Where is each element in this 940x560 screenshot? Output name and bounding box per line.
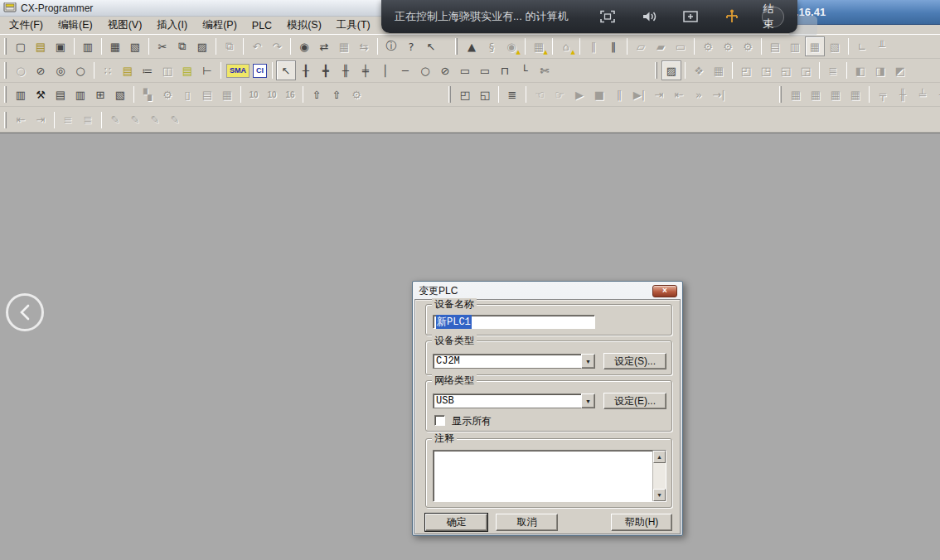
sim-window-b-icon[interactable]: ◱ [475, 84, 495, 104]
smart-input-icon[interactable]: SMA [226, 64, 250, 78]
rail-b-icon[interactable]: ╫ [893, 84, 913, 104]
context-help-icon[interactable]: ↖ [421, 36, 441, 56]
scroll-track[interactable] [653, 463, 666, 489]
window-split-icon[interactable]: ◫ [157, 60, 177, 80]
edit-a-icon[interactable]: ✎ [105, 110, 125, 130]
chevron-down-icon[interactable]: ▼ [581, 393, 595, 408]
download-icon[interactable]: ▱ [631, 36, 651, 56]
end-session-button[interactable]: 结束 [762, 7, 784, 27]
edit-b-icon[interactable]: ✎ [125, 110, 145, 130]
frame-b-icon[interactable]: ◨ [870, 60, 890, 80]
edit-window-icon[interactable]: ▨ [661, 60, 681, 80]
menu-plc[interactable]: PLC [245, 17, 279, 34]
select-mode-icon[interactable]: ↖ [276, 60, 296, 80]
grid-icon[interactable]: ∷ [98, 60, 118, 80]
view-hex-icon[interactable]: 16 [281, 90, 299, 99]
find-in-table-icon[interactable]: ▦ [334, 36, 354, 56]
contact-nc-icon[interactable]: ╋ [316, 60, 336, 80]
horizontal-line-icon[interactable]: ─ [395, 60, 415, 80]
toolbar-grip[interactable] [4, 38, 7, 55]
force-status-icon[interactable]: ⚙ [346, 84, 366, 104]
force-on-icon[interactable]: ⇧ [307, 84, 327, 104]
rail-d-icon[interactable]: ╨ [933, 84, 940, 104]
net-b-icon[interactable]: ▦ [806, 84, 826, 104]
contact-no-icon[interactable]: ╂ [296, 60, 316, 80]
toolbar-grip[interactable] [4, 86, 7, 103]
view-signed-icon[interactable]: 10 [263, 90, 281, 99]
coil-closed-icon[interactable]: ⊘ [435, 60, 455, 80]
output-window-icon[interactable]: ▤ [51, 84, 70, 104]
sim-task-list-icon[interactable]: ≣ [502, 84, 522, 104]
print-setup-icon[interactable]: ▥ [78, 36, 98, 56]
network-type-combo[interactable]: USB ▼ [433, 393, 595, 408]
toolbar-grip[interactable] [4, 112, 7, 128]
sim-pause-icon[interactable]: ‖ [609, 84, 629, 104]
settings-a-icon[interactable]: ⚙ [698, 36, 718, 56]
indent-right-icon[interactable]: ⇥ [31, 110, 51, 130]
close-icon[interactable]: × [652, 285, 677, 297]
edit-c-icon[interactable]: ✎ [145, 110, 165, 130]
ci-view-icon[interactable]: CI [253, 64, 267, 78]
rail-a-icon[interactable]: ╤ [873, 84, 893, 104]
compare-icon[interactable]: ▭ [671, 36, 690, 56]
net-d-icon[interactable]: ▦ [846, 84, 865, 104]
help-button[interactable]: 帮助(H) [611, 514, 672, 531]
help-icon[interactable]: ? [401, 36, 421, 56]
undo-icon[interactable]: ↶ [247, 36, 267, 56]
toolbar-grip[interactable] [779, 86, 782, 103]
online-find-icon[interactable]: ◉▲ [501, 36, 521, 56]
online-transfer-icon[interactable]: ⌂▲ [556, 36, 576, 56]
toolbar-grip[interactable] [4, 62, 7, 79]
toolbar-grip[interactable] [448, 86, 451, 103]
toolbar-grip[interactable] [455, 38, 458, 55]
step-trace-icon[interactable]: ∟ [852, 36, 872, 56]
rack-c-icon[interactable]: ▦ [805, 36, 825, 56]
save-icon[interactable]: ▣ [51, 36, 70, 56]
indent-left-icon[interactable]: ⇤ [11, 110, 31, 130]
work-online-icon[interactable]: ▲ [462, 36, 482, 56]
rail-c-icon[interactable]: ╧ [913, 84, 933, 104]
menu-插入i[interactable]: 插入(I) [149, 16, 195, 35]
zoom-in-icon[interactable]: ◎ [51, 60, 70, 80]
view-decimal-icon[interactable]: 10 [245, 90, 263, 99]
settings-c-icon[interactable]: ⚙ [738, 36, 758, 56]
cancel-button[interactable]: 取消 [496, 514, 558, 531]
net-a-icon[interactable]: ▦ [786, 84, 806, 104]
edit-d-icon[interactable]: ✎ [165, 110, 185, 130]
comment-textarea[interactable]: ▲ ▼ [433, 450, 666, 502]
comment-scrollbar[interactable]: ▲ ▼ [652, 451, 666, 501]
open-icon[interactable]: ▤ [31, 36, 51, 56]
rack-d-icon[interactable]: ▧ [825, 36, 845, 56]
pause-gray-icon[interactable]: ‖ [584, 36, 603, 56]
watch-window-icon[interactable]: ▥ [70, 84, 90, 104]
back-toggle-button[interactable] [6, 293, 44, 331]
memory-view-icon[interactable]: ▤ [197, 84, 217, 104]
print-icon[interactable]: ▦ [105, 36, 125, 56]
cut-icon[interactable]: ✂ [153, 36, 172, 56]
paste-special-icon[interactable]: ⧉ [220, 36, 240, 56]
function-block-icon[interactable]: ⊓ [495, 60, 515, 80]
show-all-checkbox[interactable] [434, 415, 445, 426]
scan-run-icon[interactable]: →| [709, 84, 729, 104]
data-trace-icon[interactable]: ▦ [217, 84, 237, 104]
new-icon[interactable]: ▢ [11, 36, 31, 56]
rung-align-icon[interactable]: ≡ [58, 110, 78, 130]
contact-or-no-icon[interactable]: ╫ [336, 60, 356, 80]
volume-icon[interactable] [641, 8, 657, 25]
pause-icon[interactable]: ‖ [603, 36, 623, 56]
menu-模拟s[interactable]: 模拟(S) [279, 16, 329, 35]
coil-icon[interactable]: ○ [415, 60, 435, 80]
lock-a-icon[interactable]: ◰ [736, 60, 756, 80]
split-screen-icon[interactable] [682, 8, 699, 25]
ok-button[interactable]: 确定 [425, 514, 487, 531]
layers-icon[interactable]: ❖ [689, 60, 709, 80]
tree-view-icon[interactable]: ⊢ [197, 60, 217, 80]
end-rung-icon[interactable]: └ [515, 60, 535, 80]
rung-list-icon[interactable]: ≔ [138, 60, 157, 80]
paste-icon[interactable]: ▨ [192, 36, 212, 56]
device-type-combo[interactable]: CJ2M ▼ [433, 354, 595, 369]
properties-icon[interactable]: ▧ [110, 84, 130, 104]
lock-d-icon[interactable]: ◲ [796, 60, 816, 80]
io-table-icon[interactable]: ╨ [872, 36, 892, 56]
chevron-down-icon[interactable]: ▼ [581, 354, 595, 369]
